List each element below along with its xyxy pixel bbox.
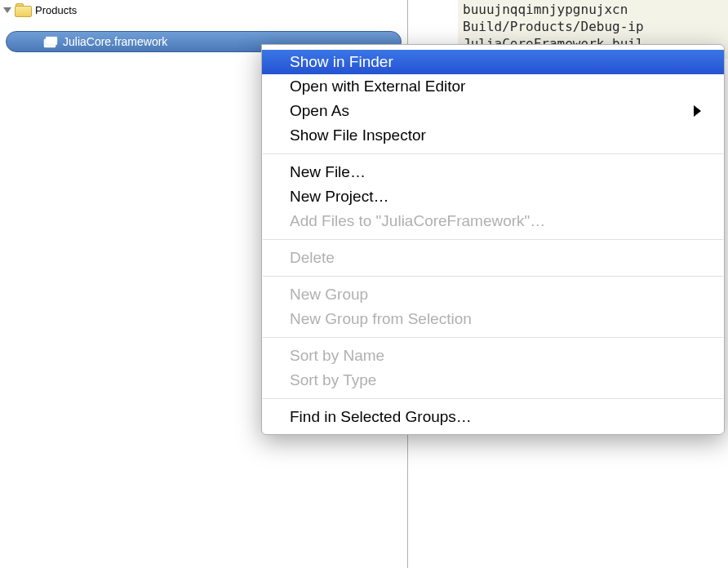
menu-separator: [263, 276, 723, 277]
code-line: Build/Products/Debug-ip: [463, 19, 723, 36]
menu-separator: [263, 153, 723, 154]
menu-separator: [263, 337, 723, 338]
menu-item: New Group: [262, 282, 724, 307]
products-label: Products: [35, 4, 77, 16]
menu-item-label: New Project…: [290, 188, 388, 206]
menu-item-label: Open As: [290, 102, 349, 120]
menu-item: Sort by Type: [262, 368, 724, 393]
menu-item[interactable]: New File…: [262, 160, 724, 184]
menu-item[interactable]: Open As: [262, 99, 724, 123]
menu-item-label: Show File Inspector: [290, 126, 426, 144]
menu-item-label: Sort by Name: [290, 347, 384, 365]
menu-item-label: New Group: [290, 286, 368, 304]
menu-item[interactable]: Find in Selected Groups…: [262, 405, 724, 429]
menu-item-label: Show in Finder: [290, 53, 393, 71]
menu-item: Delete: [262, 246, 724, 270]
menu-item-label: New File…: [290, 163, 366, 181]
tree-row-products[interactable]: Products: [0, 0, 407, 20]
disclosure-triangle-icon[interactable]: [3, 7, 11, 13]
menu-item-label: Sort by Type: [290, 371, 376, 389]
framework-icon: [42, 35, 59, 48]
svg-rect-1: [46, 37, 57, 45]
submenu-arrow-icon: [694, 105, 701, 117]
menu-item-label: Open with External Editor: [290, 78, 465, 95]
folder-icon: [15, 3, 31, 16]
context-menu: Show in FinderOpen with External EditorO…: [261, 44, 725, 435]
menu-item: Sort by Name: [262, 344, 724, 368]
menu-item[interactable]: Show File Inspector: [262, 123, 724, 148]
menu-item[interactable]: Show in Finder: [262, 50, 724, 74]
menu-item-label: Delete: [290, 249, 335, 267]
code-line: buuujnqqimnjypgnujxcn: [463, 2, 723, 19]
menu-item[interactable]: New Project…: [262, 184, 724, 209]
menu-separator: [263, 239, 723, 240]
menu-item-label: New Group from Selection: [290, 310, 472, 328]
menu-item: Add Files to "JuliaCoreFramework"…: [262, 209, 724, 233]
menu-item: New Group from Selection: [262, 307, 724, 331]
menu-item[interactable]: Open with External Editor: [262, 74, 724, 99]
menu-item-label: Add Files to "JuliaCoreFramework"…: [290, 212, 545, 230]
menu-item-label: Find in Selected Groups…: [290, 408, 472, 426]
selected-item-label: JuliaCore.framework: [63, 35, 167, 48]
menu-separator: [263, 398, 723, 399]
